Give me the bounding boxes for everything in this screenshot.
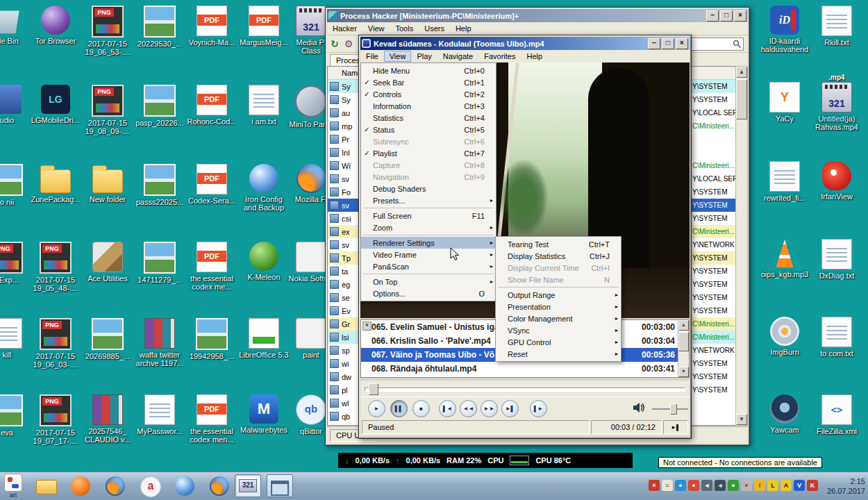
playlist-scrollbar-thumb[interactable] xyxy=(678,332,689,351)
pause-button[interactable]: ▌▌ xyxy=(390,400,408,417)
tray-lav-l-icon[interactable]: L xyxy=(767,480,778,491)
menu-item-controls[interactable]: ✓ControlsCtrl+2 xyxy=(361,88,496,100)
seek-bar[interactable] xyxy=(360,381,690,397)
desktop-icon-zunepackag[interactable]: ZunePackag... xyxy=(31,164,81,203)
tray-lav-a-icon[interactable]: A xyxy=(781,480,792,491)
mpc-titlebar[interactable]: Kevad südames - Kodulaul (Toomas Uibo).m… xyxy=(360,37,690,50)
seek-channel[interactable] xyxy=(365,388,685,392)
menu-item-pan-scan[interactable]: Pan&Scan► xyxy=(361,260,496,272)
rewind-button[interactable]: ◄◄ xyxy=(460,400,477,417)
frame-step-button[interactable]: ▌► xyxy=(530,400,547,417)
desktop-icon-2017-07-15-19-06-03[interactable]: PNG2017-07-15 19_06_03-.... xyxy=(31,318,81,369)
options-gear-icon[interactable]: ⚙ xyxy=(344,39,353,49)
start-button[interactable]: art xyxy=(3,474,24,499)
playlist-scroll-down-icon[interactable]: ▼ xyxy=(678,367,689,377)
desktop-icon-kill[interactable]: kill xyxy=(0,318,32,359)
desktop-icon-malwarebytes[interactable]: MMalwarebytes xyxy=(239,394,289,434)
desktop-icon-imgburn[interactable]: ImgBurn xyxy=(760,317,810,356)
menu-item-show-file-name[interactable]: Show File NameN xyxy=(496,274,621,285)
desktop-icon-id-kaardi-haldusvahend[interactable]: iDID-kaardi haldusvahend xyxy=(760,6,810,54)
desktop-icon-sexp[interactable]: PNGsExp... xyxy=(0,242,32,284)
menu-item-statistics[interactable]: StatisticsCtrl+4 xyxy=(361,112,496,124)
desktop-icon-untitled-ja-rahvas-mp4[interactable]: 321.mp4Untitled(ja) Rahvas.mp4 xyxy=(812,82,862,132)
desktop-icon-mypasswor[interactable]: MyPasswor... xyxy=(135,394,185,435)
menu-item-presets[interactable]: Presets...► xyxy=(361,194,496,206)
desktop-icon-2017-07-15-19-05-48[interactable]: PNG2017-07-15 19_05_48-.... xyxy=(31,242,81,293)
menu-item-debug-shaders[interactable]: Debug Shaders xyxy=(361,183,496,194)
desktop-icon-voynich-ma[interactable]: PDFVoynich-Ma... xyxy=(187,6,237,47)
tray-network-error-icon[interactable]: × xyxy=(741,480,752,491)
menu-file[interactable]: File xyxy=(360,51,384,62)
menu-item-hide-menu[interactable]: Hide MenuCtrl+0 xyxy=(361,65,496,76)
menu-item-status[interactable]: ✓StatusCtrl+5 xyxy=(361,124,496,135)
menu-view[interactable]: View xyxy=(384,51,412,62)
menu-item-subresync[interactable]: SubresyncCtrl+6 xyxy=(361,135,496,147)
taskbar-button-app[interactable] xyxy=(267,474,293,497)
quicklaunch-browser-a-icon[interactable]: a xyxy=(140,476,161,497)
menu-item-full-screen[interactable]: Full ScreenF11 xyxy=(361,210,496,222)
menu-item-navigation[interactable]: NavigationCtrl+9 xyxy=(361,171,496,183)
menu-item-display-current-time[interactable]: Display Current TimeCtrl+I xyxy=(496,262,621,274)
tray-green-icon[interactable]: ● xyxy=(728,480,739,491)
menu-help[interactable]: Help xyxy=(521,51,548,62)
menu-item-presentation[interactable]: Presentation► xyxy=(496,301,621,312)
desktop-icon-eva[interactable]: eva xyxy=(0,394,32,437)
desktop-icon-iron-config-and-backup[interactable]: Iron Config and Backup xyxy=(239,164,289,212)
stop-button[interactable]: ■ xyxy=(412,400,430,417)
desktop-icon-lgmobiledri[interactable]: LGLGMobileDri... xyxy=(31,85,81,124)
desktop-icon-oips-kgb-mp3[interactable]: oips_kgb.mp3 xyxy=(760,239,810,278)
taskbar-button-mpc[interactable]: 321 xyxy=(235,474,261,497)
mpc-maximize-button[interactable]: □ xyxy=(662,38,674,49)
desktop-icon-the-essential-codex-men[interactable]: PDFthe essential codex men... xyxy=(187,394,237,444)
menu-tools[interactable]: Tools xyxy=(390,23,419,34)
scroll-down-icon[interactable]: ▼ xyxy=(736,414,747,425)
skip-forward-button[interactable]: ►▌ xyxy=(501,400,519,417)
menu-hacker[interactable]: Hacker xyxy=(327,23,362,34)
quicklaunch-firefox2-icon[interactable] xyxy=(210,476,229,496)
desktop-icon-yawcam[interactable]: Yawcam xyxy=(760,394,810,434)
desktop-icon-19942958[interactable]: 19942958_... xyxy=(187,318,237,360)
ph-titlebar[interactable]: Process Hacker [Ministeerium-PC\Ministee… xyxy=(327,9,748,22)
desktop-icon-to-com-txt[interactable]: to com.txt xyxy=(812,317,862,358)
quicklaunch-firefox-icon[interactable] xyxy=(106,476,125,496)
desktop-icon-codex-sera[interactable]: PDFCodex-Sera... xyxy=(187,164,237,205)
scroll-up-icon[interactable]: ▲ xyxy=(736,67,747,78)
desktop-icon-udio[interactable]: udio xyxy=(0,85,32,124)
desktop-icon-rkill-txt[interactable]: Rkill.txt xyxy=(812,6,862,47)
menu-item-reset[interactable]: Reset► xyxy=(496,348,621,360)
ph-scrollbar[interactable]: ▲ ▼ xyxy=(735,66,748,426)
menu-item-playlist[interactable]: ✓PlaylistCtrl+7 xyxy=(361,147,496,159)
desktop-icon-margusmeig[interactable]: PDFMargusMeig... xyxy=(239,6,289,47)
tray-keyboard-icon[interactable]: K xyxy=(807,480,818,491)
playlist-scroll-up-icon[interactable]: ▲ xyxy=(678,320,689,331)
menu-help[interactable]: Help xyxy=(450,23,477,34)
desktop-icon-rohonc-cod[interactable]: PDFRohonc-Cod... xyxy=(187,85,237,126)
tray-blue-orb-icon[interactable]: ● xyxy=(675,480,686,491)
volume-thumb[interactable] xyxy=(670,403,677,415)
menu-item-renderer-settings[interactable]: Renderer Settings► xyxy=(361,237,496,249)
desktop-icon-yacy[interactable]: YYaCy xyxy=(760,82,810,123)
tray-volume-icon[interactable]: ◄ xyxy=(701,480,712,491)
desktop-icon-2017-07-15-19-07-17[interactable]: PNG2017-07-15 19_07_17-.... xyxy=(31,394,81,446)
ph-close-button[interactable]: × xyxy=(734,10,746,22)
desktop-icon-dxdiag-txt[interactable]: DxDiag.txt xyxy=(812,239,862,280)
desktop-icon-2017-07-15-19-08-09[interactable]: PNG2017-07-15 19_08_09-.... xyxy=(83,85,133,136)
menu-item-color-management[interactable]: Color Management► xyxy=(496,312,621,324)
taskbar-clock[interactable]: 2:15 26.07.2017 xyxy=(827,476,865,497)
tray-headset-icon[interactable]: ◄ xyxy=(715,480,726,491)
desktop-icon-the-essential-codex-me[interactable]: PDFthe essential codex me... xyxy=(187,242,237,292)
desktop-icon-filezilla-xml[interactable]: <>FileZilla.xml xyxy=(812,394,862,435)
playlist-item[interactable]: 068. Rändaja õhtulaul.mp400:03:41 xyxy=(361,362,689,376)
desktop-icon-pasp-20226[interactable]: pasp_20226... xyxy=(135,85,185,127)
desktop-icon-passs22025[interactable]: passs22025... xyxy=(135,164,185,206)
mpc-close-button[interactable]: × xyxy=(676,38,688,49)
playlist-close-icon[interactable]: × xyxy=(362,322,372,331)
menu-view[interactable]: View xyxy=(362,23,390,34)
quicklaunch-media-icon[interactable] xyxy=(71,476,90,496)
menu-item-capture[interactable]: CaptureCtrl+8 xyxy=(361,159,496,171)
menu-item-options[interactable]: Options...O xyxy=(361,288,496,299)
menu-item-gpu-control[interactable]: GPU Control► xyxy=(496,336,621,348)
ph-maximize-button[interactable]: □ xyxy=(720,10,733,22)
volume-icon[interactable] xyxy=(633,402,645,413)
tray-lav-v-icon[interactable]: V xyxy=(794,480,805,491)
